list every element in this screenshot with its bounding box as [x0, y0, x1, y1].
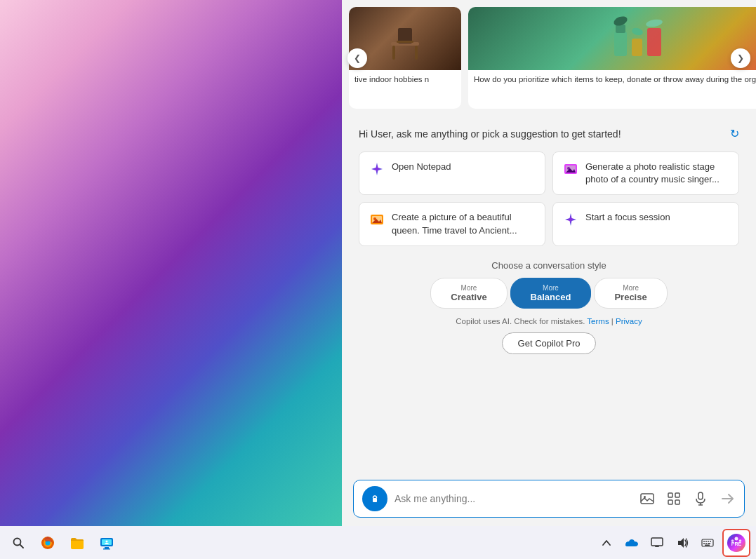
suggestion-cards-carousel: ❮ tive indoor hobbies n [342, 0, 756, 116]
svg-rect-26 [373, 498, 377, 502]
disclaimer-text: Copilot uses AI. Check for mistakes. Ter… [359, 317, 739, 325]
copilot-avatar [362, 486, 387, 511]
send-icon [719, 491, 735, 506]
chat-input-area [342, 474, 756, 526]
keyboard-icon [701, 537, 714, 549]
taskbar-file-explorer-button[interactable] [65, 530, 90, 555]
quick-actions-grid: Open Notepad Generate a photo realistic … [359, 151, 739, 246]
plants-illustration [604, 11, 674, 67]
microphone-icon [693, 491, 708, 506]
greeting-row: Hi User, ask me anything or pick a sugge… [359, 127, 739, 140]
svg-rect-27 [641, 494, 654, 504]
capture-icon [666, 491, 682, 506]
volume-tray-button[interactable] [672, 532, 693, 553]
svg-point-64 [739, 539, 742, 542]
onedrive-tray-button[interactable] [621, 532, 642, 553]
creative-name-label: Creative [451, 292, 486, 302]
volume-icon [676, 537, 689, 549]
precise-style-button[interactable]: More Precise [594, 278, 667, 309]
queen-picture-button[interactable]: Create a picture of a beautiful queen. T… [359, 202, 545, 245]
chevron-up-icon [602, 538, 611, 548]
svg-point-62 [735, 537, 738, 540]
card-2-image [468, 7, 756, 70]
creative-more-label: More [461, 284, 477, 292]
carousel-prev-button[interactable]: ❮ [347, 48, 367, 68]
screen-capture-button[interactable] [665, 490, 682, 507]
card-2-text: How do you prioritize which items to kee… [468, 70, 756, 89]
svg-rect-1 [392, 46, 395, 60]
display-settings-tray-button[interactable] [646, 532, 668, 553]
precise-more-label: More [623, 284, 639, 292]
focus-session-button[interactable]: Start a focus session [552, 202, 739, 245]
get-copilot-pro-button[interactable]: Get Copilot Pro [502, 332, 597, 354]
taskbar-firefox-button[interactable] [35, 530, 60, 555]
svg-rect-8 [647, 28, 661, 56]
firefox-icon [40, 535, 55, 551]
svg-rect-52 [703, 541, 705, 542]
suggestion-card-2[interactable]: How do you prioritize which items to kee… [468, 7, 756, 109]
terms-link[interactable]: Terms [587, 317, 609, 325]
send-button[interactable] [719, 490, 736, 507]
onedrive-icon [625, 538, 639, 548]
remote-desktop-icon [99, 535, 114, 551]
svg-point-46 [106, 540, 108, 542]
open-notepad-label: Open Notepad [392, 161, 451, 173]
svg-rect-2 [415, 46, 418, 60]
svg-text:PRE: PRE [731, 541, 742, 546]
svg-rect-53 [705, 541, 707, 542]
photo-stage-label: Generate a photo realistic stage photo o… [585, 161, 729, 186]
svg-rect-45 [103, 548, 110, 550]
taskbar-remote-desktop-button[interactable] [94, 530, 119, 555]
svg-rect-47 [651, 538, 663, 546]
image-icon [639, 491, 655, 506]
refresh-suggestions-button[interactable]: ↻ [730, 127, 739, 140]
insert-image-button[interactable] [639, 490, 656, 507]
taskbar-pinned-apps [6, 530, 119, 555]
svg-rect-55 [710, 541, 711, 542]
balanced-style-button[interactable]: More Balanced [510, 278, 592, 309]
svg-rect-58 [708, 543, 710, 544]
desktop-wallpaper [0, 0, 342, 526]
svg-point-11 [646, 18, 663, 28]
copilot-logo-icon: PRE [727, 533, 746, 553]
chat-input-wrapper [353, 480, 745, 518]
focus-sparkle-icon [563, 212, 578, 227]
svg-point-63 [731, 539, 734, 542]
svg-rect-7 [632, 39, 642, 56]
chat-text-input[interactable] [394, 493, 632, 504]
svg-rect-29 [668, 493, 672, 497]
svg-rect-33 [698, 492, 703, 499]
taskbar: PRE [0, 526, 756, 559]
creative-style-button[interactable]: More Creative [430, 278, 507, 309]
search-icon [12, 537, 25, 549]
svg-rect-59 [705, 544, 710, 546]
microphone-button[interactable] [692, 490, 709, 507]
svg-rect-30 [675, 493, 679, 497]
taskbar-search-button[interactable] [6, 530, 31, 555]
svg-rect-56 [703, 543, 705, 544]
keyboard-layout-tray-button[interactable] [697, 532, 718, 553]
svg-rect-54 [708, 541, 709, 542]
svg-point-10 [631, 27, 644, 36]
balanced-name-label: Balanced [531, 292, 571, 302]
svg-marker-50 [678, 538, 684, 548]
overflow-tray-button[interactable] [596, 532, 617, 553]
focus-session-label: Start a focus session [585, 211, 670, 224]
open-notepad-button[interactable]: Open Notepad [359, 151, 545, 195]
notepad-sparkle-icon [369, 161, 385, 177]
copilot-tray-button[interactable]: PRE [722, 529, 750, 557]
avatar-icon [368, 492, 382, 506]
photo-stage-button[interactable]: Generate a photo realistic stage photo o… [552, 151, 739, 195]
style-label: Choose a conversation style [359, 260, 739, 271]
greeting-text: Hi User, ask me anything or pick a sugge… [359, 128, 621, 140]
display-icon [651, 537, 663, 549]
chat-actions-group [639, 490, 736, 507]
carousel-next-button[interactable]: ❯ [731, 48, 750, 68]
svg-rect-41 [71, 539, 84, 549]
card-1-text: tive indoor hobbies n [349, 70, 461, 89]
copilot-main-content: Hi User, ask me anything or pick a sugge… [342, 116, 756, 526]
privacy-link[interactable]: Privacy [616, 317, 642, 325]
svg-rect-44 [105, 547, 109, 548]
svg-rect-31 [668, 500, 672, 504]
furniture-illustration [377, 11, 433, 67]
